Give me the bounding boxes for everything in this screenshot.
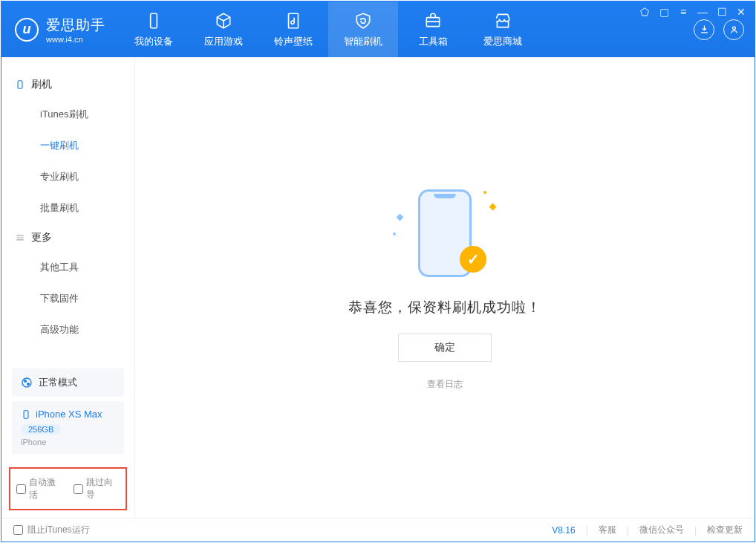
cube-icon <box>214 11 233 30</box>
sidebar-item-other-tools[interactable]: 其他工具 <box>1 252 134 283</box>
svg-rect-0 <box>151 13 157 28</box>
success-illustration: ✓ <box>393 185 497 282</box>
footer: 阻止iTunes运行 V8.16 | 客服 | 微信公众号 | 检查更新 <box>1 518 755 542</box>
sidebar-item-pro-flash[interactable]: 专业刷机 <box>1 161 134 192</box>
wechat-link[interactable]: 微信公众号 <box>639 524 684 536</box>
mode-icon <box>21 377 33 388</box>
tab-store[interactable]: 爱思商城 <box>468 1 538 57</box>
music-file-icon <box>284 11 303 30</box>
check-update-link[interactable]: 检查更新 <box>707 524 743 536</box>
device-icon <box>21 409 31 420</box>
checkbox-label: 阻止iTunes运行 <box>27 524 90 536</box>
tab-label: 铃声壁纸 <box>274 35 313 48</box>
checkbox-label: 跳过向导 <box>86 476 120 501</box>
block-itunes-checkbox[interactable]: 阻止iTunes运行 <box>13 524 90 536</box>
sidebar-item-one-click-flash[interactable]: 一键刷机 <box>1 130 134 161</box>
device-mode-status[interactable]: 正常模式 <box>12 368 124 397</box>
close-button[interactable]: ✕ <box>735 6 747 18</box>
download-icon <box>699 24 710 35</box>
brand: u 爱思助手 www.i4.cn <box>1 1 119 57</box>
svg-rect-4 <box>18 81 22 89</box>
section-title-label: 刷机 <box>31 78 52 91</box>
sidebar-item-batch-flash[interactable]: 批量刷机 <box>1 192 134 224</box>
sidebar: 刷机 iTunes刷机 一键刷机 专业刷机 批量刷机 更多 其他工具 下载固件 … <box>1 57 135 518</box>
mode-label: 正常模式 <box>39 376 77 389</box>
svg-point-3 <box>732 27 735 30</box>
account-button[interactable] <box>723 19 744 40</box>
view-log-link[interactable]: 查看日志 <box>427 378 463 391</box>
tab-label: 我的设备 <box>134 35 173 48</box>
download-button[interactable] <box>694 19 714 40</box>
tab-apps-games[interactable]: 应用游戏 <box>189 1 258 57</box>
top-tabs: 我的设备 应用游戏 铃声壁纸 智能刷机 工具箱 爱思商城 <box>119 1 538 57</box>
tab-label: 智能刷机 <box>344 35 382 48</box>
success-message: 恭喜您，保资料刷机成功啦！ <box>348 298 541 317</box>
svg-point-7 <box>27 383 30 386</box>
minimize-button[interactable]: — <box>697 6 708 18</box>
brand-name-en: www.i4.cn <box>46 35 105 44</box>
check-badge-icon: ✓ <box>460 246 486 273</box>
device-storage: 256GB <box>21 424 61 435</box>
main-content: ✓ 恭喜您，保资料刷机成功啦！ 确定 查看日志 <box>135 57 755 518</box>
toolbox-icon <box>423 11 443 30</box>
maximize-button[interactable]: ☐ <box>716 6 728 18</box>
list-icon <box>15 233 25 243</box>
skip-guide-checkbox[interactable]: 跳过向导 <box>74 476 120 501</box>
shirt-icon[interactable]: ⬠ <box>639 6 651 18</box>
sidebar-section-more: 更多 <box>1 224 134 252</box>
tab-my-device[interactable]: 我的设备 <box>119 1 189 57</box>
svg-point-6 <box>25 380 27 383</box>
tab-label: 工具箱 <box>419 35 448 48</box>
app-window: ⬠ ▢ ≡ — ☐ ✕ u 爱思助手 www.i4.cn 我的设备 应用游戏 <box>1 1 755 542</box>
tab-label: 爱思商城 <box>483 35 522 48</box>
tab-toolbox[interactable]: 工具箱 <box>398 1 468 57</box>
window-controls: ⬠ ▢ ≡ — ☐ ✕ <box>639 6 747 18</box>
auto-activate-checkbox[interactable]: 自动激活 <box>16 476 63 501</box>
lock-icon[interactable]: ▢ <box>658 6 670 18</box>
tab-label: 应用游戏 <box>204 35 243 48</box>
ok-button[interactable]: 确定 <box>398 334 492 362</box>
support-link[interactable]: 客服 <box>599 524 616 536</box>
refresh-shield-icon <box>353 11 373 30</box>
checkbox-label: 自动激活 <box>29 476 63 501</box>
svg-rect-8 <box>24 410 28 418</box>
section-title-label: 更多 <box>31 231 52 244</box>
brand-name-cn: 爱思助手 <box>46 16 105 35</box>
sidebar-item-advanced[interactable]: 高级功能 <box>1 314 134 345</box>
flash-options-highlighted: 自动激活 跳过向导 <box>9 467 127 510</box>
menu-icon[interactable]: ≡ <box>677 6 689 18</box>
phone-icon <box>15 79 25 90</box>
tab-ringtones[interactable]: 铃声壁纸 <box>258 1 328 57</box>
body: 刷机 iTunes刷机 一键刷机 专业刷机 批量刷机 更多 其他工具 下载固件 … <box>1 57 755 518</box>
svg-point-5 <box>22 378 31 387</box>
device-icon <box>144 11 163 30</box>
device-type: iPhone <box>21 438 115 446</box>
device-name: iPhone XS Max <box>36 409 102 420</box>
sidebar-item-itunes-flash[interactable]: iTunes刷机 <box>1 99 134 130</box>
device-card[interactable]: iPhone XS Max 256GB iPhone <box>12 401 124 454</box>
sidebar-section-flash: 刷机 <box>1 71 134 99</box>
header: ⬠ ▢ ≡ — ☐ ✕ u 爱思助手 www.i4.cn 我的设备 应用游戏 <box>1 1 755 57</box>
store-icon <box>493 11 512 30</box>
user-icon <box>729 24 740 35</box>
logo-icon: u <box>15 18 39 42</box>
sidebar-item-download-firmware[interactable]: 下载固件 <box>1 283 134 314</box>
version-label: V8.16 <box>552 525 575 536</box>
tab-smart-flash[interactable]: 智能刷机 <box>328 1 398 57</box>
